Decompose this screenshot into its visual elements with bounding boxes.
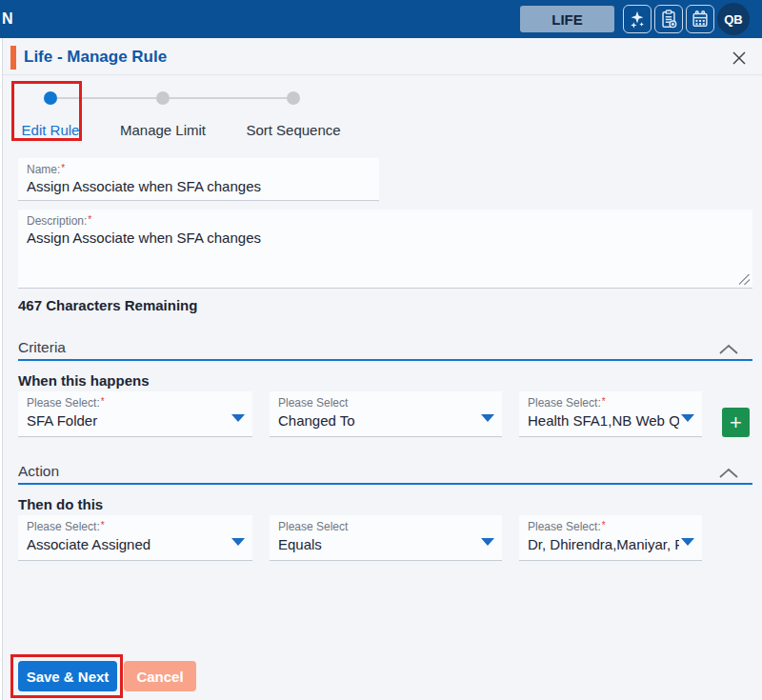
description-textarea[interactable]: Assign Associate when SFA changes <box>18 228 752 283</box>
dropdown-label: Please Select:* <box>18 515 252 533</box>
action-divider <box>18 483 752 485</box>
criteria-value-dropdown[interactable]: Please Select:* Health SFA1,NB Web Quote <box>519 391 702 437</box>
chevron-down-icon <box>231 414 245 422</box>
dropdown-value: Changed To <box>278 412 479 429</box>
chevron-down-icon <box>481 414 494 422</box>
action-field-dropdown[interactable]: Please Select:* Associate Assigned <box>18 515 252 561</box>
step-dot-manage-limit[interactable] <box>156 91 170 105</box>
criteria-section-title[interactable]: Criteria <box>18 339 66 356</box>
dropdown-label: Please Select:* <box>519 515 702 533</box>
chevron-down-icon <box>231 538 245 546</box>
sparkles-icon <box>627 9 648 30</box>
then-do-this-label: Then do this <box>18 496 103 512</box>
action-section-title[interactable]: Action <box>18 463 59 480</box>
close-button[interactable] <box>728 47 751 70</box>
name-input[interactable] <box>18 176 379 200</box>
step-label-sort-sequence[interactable]: Sort Sequence <box>238 122 349 138</box>
sparkles-button[interactable] <box>623 5 652 33</box>
when-this-happens-label: When this happens <box>18 372 150 389</box>
dropdown-value: Health SFA1,NB Web Quote <box>528 412 679 429</box>
dropdown-value: SFA Folder <box>27 412 230 429</box>
dropdown-value: Dr, Dhirendra,Maniyar, Poc <box>528 536 679 552</box>
clipboard-add-button[interactable] <box>654 5 683 33</box>
step-label-edit-rule[interactable]: Edit Rule <box>11 122 90 138</box>
criteria-operator-dropdown[interactable]: Please Select* Changed To <box>270 391 502 437</box>
header-divider <box>3 74 762 75</box>
save-next-button[interactable]: Save & Next <box>18 661 117 691</box>
screen: N LIFE <box>0 0 762 700</box>
dropdown-label: Please Select:* <box>18 391 252 410</box>
stepper-connector <box>57 97 156 99</box>
criteria-divider <box>18 359 752 361</box>
chevron-up-icon <box>718 344 739 355</box>
brand-text-fragment: N <box>2 0 13 38</box>
manage-rule-dialog: Life - Manage Rule Edit Rule Manage Limi… <box>2 38 762 700</box>
cancel-button[interactable]: Cancel <box>124 661 196 691</box>
user-avatar[interactable]: QB <box>717 3 750 35</box>
criteria-collapse-toggle[interactable] <box>718 342 739 359</box>
step-label-manage-limit[interactable]: Manage Limit <box>110 122 215 138</box>
action-value-dropdown[interactable]: Please Select:* Dr, Dhirendra,Maniyar, P… <box>519 515 702 561</box>
required-asterisk: * <box>88 214 91 225</box>
chevron-down-icon <box>481 538 494 546</box>
action-collapse-toggle[interactable] <box>718 466 739 483</box>
chevron-up-icon <box>718 468 739 479</box>
dropdown-value: Equals <box>278 536 479 552</box>
criteria-field-dropdown[interactable]: Please Select:* SFA Folder <box>18 391 252 437</box>
chevron-down-icon <box>681 538 694 546</box>
life-module-button[interactable]: LIFE <box>520 6 614 32</box>
dropdown-label: Please Select* <box>270 515 502 533</box>
stepper-connector <box>170 97 288 99</box>
step-dot-edit-rule[interactable] <box>44 91 57 105</box>
dropdown-label: Please Select* <box>270 391 502 410</box>
required-asterisk: * <box>101 520 105 530</box>
step-dot-sort-sequence[interactable] <box>287 91 300 105</box>
add-criteria-button[interactable]: + <box>722 408 750 437</box>
chevron-down-icon <box>681 414 694 422</box>
description-label: Description:* <box>18 210 752 228</box>
name-field-container: Name:* <box>18 158 379 201</box>
dialog-title: Life - Manage Rule <box>24 48 167 67</box>
required-asterisk: * <box>602 520 606 530</box>
dropdown-label: Please Select:* <box>519 391 702 410</box>
calendar-icon <box>690 9 711 30</box>
top-navigation-bar: N LIFE <box>0 0 762 38</box>
clipboard-add-icon <box>658 9 679 30</box>
characters-remaining-text: 467 Characters Remaining <box>18 297 197 313</box>
name-label: Name:* <box>18 158 379 176</box>
required-asterisk: * <box>61 163 65 173</box>
resize-handle-icon[interactable] <box>739 274 750 285</box>
title-accent-bar <box>10 46 16 70</box>
action-operator-dropdown[interactable]: Please Select* Equals <box>270 515 502 561</box>
required-asterisk: * <box>101 396 105 407</box>
dropdown-value: Associate Assigned <box>27 536 230 552</box>
close-icon <box>731 50 748 67</box>
required-asterisk: * <box>602 396 606 407</box>
calendar-button[interactable] <box>686 5 714 33</box>
description-field-container: Description:* Assign Associate when SFA … <box>18 210 752 289</box>
